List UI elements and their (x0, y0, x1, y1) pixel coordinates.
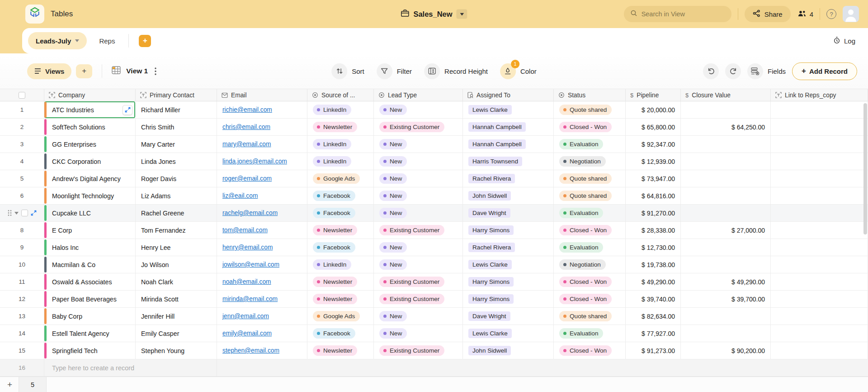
lead-type-cell[interactable]: New (374, 325, 463, 342)
link-to-reps-cell[interactable] (771, 170, 868, 187)
email-cell[interactable]: roger@email.com (217, 170, 307, 187)
pipeline-cell[interactable]: $ 91,270.00 (626, 205, 681, 221)
link-to-reps-cell[interactable] (771, 136, 868, 153)
column-header-status[interactable]: Status (554, 89, 626, 101)
email-cell[interactable]: richie@email.com (217, 101, 307, 118)
primary-contact-cell[interactable]: Noah Clark (136, 273, 217, 290)
lead-type-cell[interactable]: Existing Customer (374, 119, 463, 135)
closure-value-cell[interactable] (681, 136, 771, 153)
email-cell[interactable]: chris@email.com (217, 119, 307, 135)
column-header-pipeline[interactable]: $Pipeline (626, 89, 681, 101)
row-number-cell[interactable]: 1 (0, 101, 44, 118)
closure-value-cell[interactable]: $ 49,290.00 (681, 273, 771, 290)
company-cell[interactable]: E Corp (44, 222, 136, 239)
help-button[interactable]: ? (826, 9, 836, 19)
email-link[interactable]: mary@email.com (222, 141, 271, 148)
primary-contact-cell[interactable]: Emily Casper (136, 325, 217, 342)
log-button[interactable]: Log (833, 37, 855, 45)
closure-value-cell[interactable] (681, 170, 771, 187)
email-link[interactable]: roger@email.com (222, 175, 272, 182)
assigned-to-cell[interactable]: Harry Simons (463, 273, 554, 290)
column-header-company[interactable]: Company (44, 89, 136, 101)
closure-value-cell[interactable] (681, 239, 771, 256)
pipeline-cell[interactable]: $ 12,730.00 (626, 239, 681, 256)
primary-contact-cell[interactable]: Roger Davis (136, 170, 217, 187)
source-cell[interactable]: Newsletter (307, 291, 374, 307)
row-number-cell[interactable]: 8 (0, 222, 44, 239)
assigned-to-cell[interactable]: Lewis Clarke (463, 325, 554, 342)
email-link[interactable]: rachelg@email.com (222, 210, 278, 216)
link-to-reps-cell[interactable] (771, 205, 868, 221)
undo-button[interactable] (703, 63, 719, 79)
row-number-cell[interactable]: 6 (0, 187, 44, 204)
vertical-scrollbar[interactable] (863, 103, 867, 234)
assigned-to-cell[interactable]: Lewis Clarke (463, 101, 554, 118)
pipeline-cell[interactable]: $ 65,800.00 (626, 119, 681, 135)
primary-contact-cell[interactable]: Rachel Greene (136, 205, 217, 221)
tab-reps[interactable]: Reps (99, 37, 115, 45)
row-number-cell[interactable]: 4 (0, 153, 44, 170)
search-input[interactable]: Search in View (624, 6, 731, 22)
company-cell[interactable]: Andrew's Digital Agency (44, 170, 136, 187)
link-to-reps-cell[interactable] (771, 342, 868, 359)
email-cell[interactable]: linda.jones@email.com (217, 153, 307, 170)
status-cell[interactable]: Evaluation (554, 239, 626, 256)
status-cell[interactable]: Negotiation (554, 153, 626, 170)
assigned-to-cell[interactable]: Rachel Rivera (463, 170, 554, 187)
link-to-reps-cell[interactable] (771, 325, 868, 342)
source-cell[interactable]: Facebook (307, 325, 374, 342)
collaborators-button[interactable]: 4 (797, 10, 813, 19)
lead-type-cell[interactable]: New (374, 205, 463, 221)
closure-value-cell[interactable] (681, 256, 771, 273)
email-link[interactable]: jenn@email.com (222, 313, 269, 320)
closure-value-cell[interactable] (681, 308, 771, 325)
assigned-to-cell[interactable]: John Sidwell (463, 342, 554, 359)
pipeline-cell[interactable]: $ 20,000.00 (626, 101, 681, 118)
link-to-reps-cell[interactable] (771, 239, 868, 256)
primary-contact-cell[interactable]: Richard Miller (136, 101, 217, 118)
email-link[interactable]: stephen@email.com (222, 347, 279, 354)
lead-type-cell[interactable]: Existing Customer (374, 273, 463, 290)
company-cell[interactable]: Estell Talent Agency (44, 325, 136, 342)
company-cell[interactable]: Halos Inc (44, 239, 136, 256)
drag-handle-icon[interactable] (8, 210, 12, 216)
select-all-checkbox[interactable] (19, 92, 25, 99)
assigned-to-cell[interactable]: Harris Townsend (463, 153, 554, 170)
assigned-to-cell[interactable]: Rachel Rivera (463, 239, 554, 256)
pipeline-cell[interactable]: $ 28,338.00 (626, 222, 681, 239)
column-header-link-to-reps-copy[interactable]: Link to Reps_copy (771, 89, 868, 101)
add-table-button[interactable]: + (139, 35, 151, 47)
source-cell[interactable]: Newsletter (307, 119, 374, 135)
company-cell[interactable]: CKC Corporation (44, 153, 136, 170)
new-record-placeholder[interactable]: Type here to create a record (44, 359, 217, 376)
closure-value-cell[interactable] (681, 153, 771, 170)
column-header-assigned-to[interactable]: Assigned To (463, 89, 554, 101)
status-cell[interactable]: Quote shared (554, 170, 626, 187)
add-record-button[interactable]: + Add Record (792, 62, 857, 80)
closure-value-cell[interactable] (681, 187, 771, 204)
record-height-button[interactable]: Record Height (424, 63, 488, 79)
email-cell[interactable]: liz@eail.com (217, 187, 307, 204)
source-cell[interactable]: Newsletter (307, 342, 374, 359)
email-link[interactable]: chris@email.com (222, 124, 270, 130)
pipeline-cell[interactable]: $ 91,273.00 (626, 342, 681, 359)
assigned-to-cell[interactable]: Dave Wright (463, 205, 554, 221)
column-header-email[interactable]: Email (217, 89, 307, 101)
base-caret-button[interactable] (457, 10, 467, 19)
row-number-cell[interactable]: 3 (0, 136, 44, 153)
company-cell[interactable]: Macmilan & Co (44, 256, 136, 273)
expand-record-button[interactable] (123, 105, 132, 115)
pipeline-cell[interactable]: $ 77,927.00 (626, 325, 681, 342)
closure-value-cell[interactable] (681, 205, 771, 221)
views-button[interactable]: Views (27, 63, 71, 79)
link-to-reps-cell[interactable] (771, 273, 868, 290)
column-header-primary-contact[interactable]: Primary Contact (136, 89, 217, 101)
row-number-cell[interactable]: 2 (0, 119, 44, 135)
assigned-to-cell[interactable]: Hannah Campbell (463, 136, 554, 153)
email-cell[interactable]: mary@email.com (217, 136, 307, 153)
primary-contact-cell[interactable]: Henry Lee (136, 239, 217, 256)
company-cell[interactable]: Oswald & Associates (44, 273, 136, 290)
pipeline-cell[interactable]: $ 19,738.00 (626, 256, 681, 273)
lead-type-cell[interactable]: New (374, 153, 463, 170)
status-cell[interactable]: Closed - Won (554, 119, 626, 135)
